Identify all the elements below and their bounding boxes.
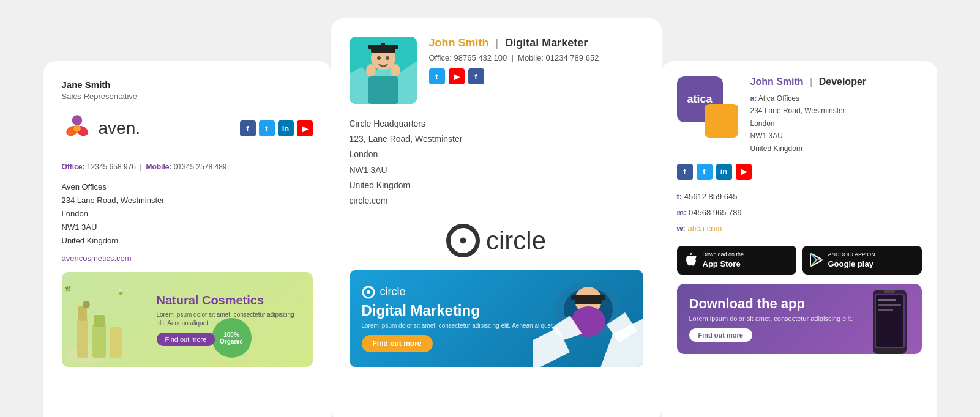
right-addr2: London bbox=[750, 119, 775, 128]
left-addr4: NW1 3AU bbox=[62, 221, 313, 234]
left-logo-area: aven. f t in ▶ bbox=[62, 113, 313, 153]
left-social-icons: f t in ▶ bbox=[240, 120, 313, 136]
left-twitter-icon[interactable]: t bbox=[259, 120, 275, 136]
mid-address: Circle Headquarters 123, Lane Road, West… bbox=[350, 116, 643, 208]
atica-orange-square bbox=[705, 104, 738, 138]
google-title: Google play bbox=[828, 259, 875, 270]
left-office-label: Office: bbox=[62, 163, 85, 171]
left-office-number: 12345 658 976 bbox=[87, 163, 136, 171]
left-banner-desc: Lorem ipsum dolor sit amet, consectetur … bbox=[157, 311, 304, 328]
mid-person-role: Digital Marketer bbox=[505, 37, 588, 49]
left-addr2: 234 Lane Road, Westminster bbox=[62, 194, 313, 207]
mid-profile-photo bbox=[350, 37, 417, 104]
right-addr1: 234 Lane Road, Westminster bbox=[750, 106, 845, 115]
phone-illustration bbox=[867, 287, 916, 354]
mid-circle-logo: circle bbox=[350, 224, 643, 257]
app-store-title: App Store bbox=[703, 259, 744, 270]
right-person-role: Developer bbox=[819, 76, 866, 87]
google-play-text: ANDROID APP ON Google play bbox=[828, 251, 875, 270]
right-linkedin-icon[interactable]: in bbox=[716, 164, 732, 180]
mid-card: John Smith | Digital Marketer Office: 98… bbox=[331, 18, 662, 417]
svg-rect-49 bbox=[878, 304, 901, 306]
svg-rect-18 bbox=[381, 43, 385, 48]
mid-profile-svg bbox=[350, 37, 417, 104]
right-tel-line: t: 45612 859 645 bbox=[677, 189, 922, 205]
mid-addr3: NW1 3AU bbox=[350, 163, 643, 178]
mid-banner-circle-icon bbox=[362, 286, 375, 299]
svg-point-20 bbox=[386, 56, 389, 60]
right-address: a: Atica Offices 234 Lane Road, Westmins… bbox=[750, 92, 922, 155]
mid-addr2: London bbox=[350, 147, 643, 162]
right-addr-name: Atica Offices bbox=[758, 94, 799, 103]
mid-office-number: 98765 432 100 bbox=[454, 53, 507, 62]
right-website[interactable]: atica.com bbox=[688, 224, 722, 233]
right-top-section: atica John Smith | Developer a: Atica Of… bbox=[677, 76, 922, 155]
mid-facebook-icon[interactable]: f bbox=[468, 68, 484, 84]
mid-addr1: 123, Lane Road, Westminster bbox=[350, 131, 643, 147]
svg-text:🌿: 🌿 bbox=[65, 286, 71, 292]
right-addr3: NW1 3AU bbox=[750, 131, 783, 140]
mid-addr4: United Kingdom bbox=[350, 178, 643, 193]
right-banner-btn[interactable]: Find out more bbox=[689, 328, 752, 342]
mid-name-sep: | bbox=[496, 37, 499, 49]
svg-point-21 bbox=[366, 64, 376, 76]
mid-social-icons: t ▶ f bbox=[429, 68, 643, 84]
aven-logo-icon bbox=[62, 113, 92, 144]
mid-mobile-label: Mobile: bbox=[518, 53, 544, 62]
svg-rect-34 bbox=[571, 295, 605, 300]
svg-point-0 bbox=[72, 115, 82, 125]
mid-addr5: circle.com bbox=[350, 193, 643, 208]
left-facebook-icon[interactable]: f bbox=[240, 120, 256, 136]
svg-rect-47 bbox=[876, 295, 903, 347]
left-website[interactable]: avencosmetics.com bbox=[62, 254, 313, 263]
mid-youtube-icon[interactable]: ▶ bbox=[449, 68, 465, 84]
right-facebook-icon[interactable]: f bbox=[677, 164, 693, 180]
left-contact-line: Office: 12345 658 976 | Mobile: 01345 25… bbox=[62, 163, 313, 171]
main-container: Jane Smith Sales Representative aven. f … bbox=[0, 0, 980, 417]
mid-banner-btn[interactable]: Find out more bbox=[362, 335, 433, 352]
app-store-text: Download on the App Store bbox=[703, 251, 744, 270]
mid-mobile-number: 01234 789 652 bbox=[546, 53, 599, 62]
app-store-button[interactable]: Download on the App Store bbox=[677, 246, 796, 275]
right-mob-line: m: 04568 965 789 bbox=[677, 205, 922, 221]
right-youtube-icon[interactable]: ▶ bbox=[736, 164, 752, 180]
right-person-name: John Smith bbox=[750, 76, 804, 87]
left-youtube-icon[interactable]: ▶ bbox=[297, 120, 313, 136]
left-person-title: Sales Representative bbox=[62, 92, 313, 101]
mid-addr-name: Circle Headquarters bbox=[350, 116, 643, 131]
google-play-icon bbox=[810, 253, 823, 267]
google-play-button[interactable]: ANDROID APP ON Google play bbox=[802, 246, 922, 275]
left-addr1: Aven Offices bbox=[62, 180, 313, 194]
mid-name-line: John Smith | Digital Marketer bbox=[429, 37, 643, 50]
right-mob-label: m: bbox=[677, 208, 687, 217]
right-web-line: w: atica.com bbox=[677, 221, 922, 237]
left-addr3: London bbox=[62, 207, 313, 221]
apple-icon bbox=[684, 252, 698, 268]
right-card: atica John Smith | Developer a: Atica Of… bbox=[662, 61, 937, 417]
left-mobile-label: Mobile: bbox=[146, 163, 171, 171]
left-card: Jane Smith Sales Representative aven. f … bbox=[43, 61, 331, 417]
right-tel-number: 45612 859 645 bbox=[684, 192, 738, 201]
aven-logo: aven. bbox=[62, 113, 141, 144]
right-addr-label: a: bbox=[750, 94, 757, 103]
svg-point-19 bbox=[377, 56, 381, 60]
left-linkedin-icon[interactable]: in bbox=[278, 120, 294, 136]
right-web-label: w: bbox=[677, 224, 686, 233]
svg-point-28 bbox=[367, 290, 370, 294]
aven-logo-text: aven. bbox=[99, 119, 141, 138]
mid-office-label: Office: bbox=[429, 53, 452, 62]
svg-rect-50 bbox=[878, 309, 893, 311]
right-info: John Smith | Developer a: Atica Offices … bbox=[750, 76, 922, 155]
mid-twitter-icon[interactable]: t bbox=[429, 68, 445, 84]
mid-banner: circle Digital Marketing Lorem ipsum dol… bbox=[350, 270, 643, 367]
left-banner-text: Natural Cosmetics Lorem ipsum dolor sit … bbox=[71, 293, 304, 346]
left-banner-title: Natural Cosmetics bbox=[157, 293, 304, 308]
app-store-sub: Download on the bbox=[703, 251, 744, 259]
left-banner: 🌿 🍃 Natural Cosmetics Lorem ipsum dolor … bbox=[62, 272, 313, 367]
right-twitter-icon[interactable]: t bbox=[697, 164, 713, 180]
right-contact: t: 45612 859 645 m: 04568 965 789 w: ati… bbox=[677, 189, 922, 237]
mid-logo-text: circle bbox=[486, 226, 546, 256]
right-social-icons: f t in ▶ bbox=[677, 164, 922, 180]
left-banner-btn[interactable]: Find out more bbox=[157, 333, 215, 346]
left-addr5: United Kingdom bbox=[62, 234, 313, 248]
